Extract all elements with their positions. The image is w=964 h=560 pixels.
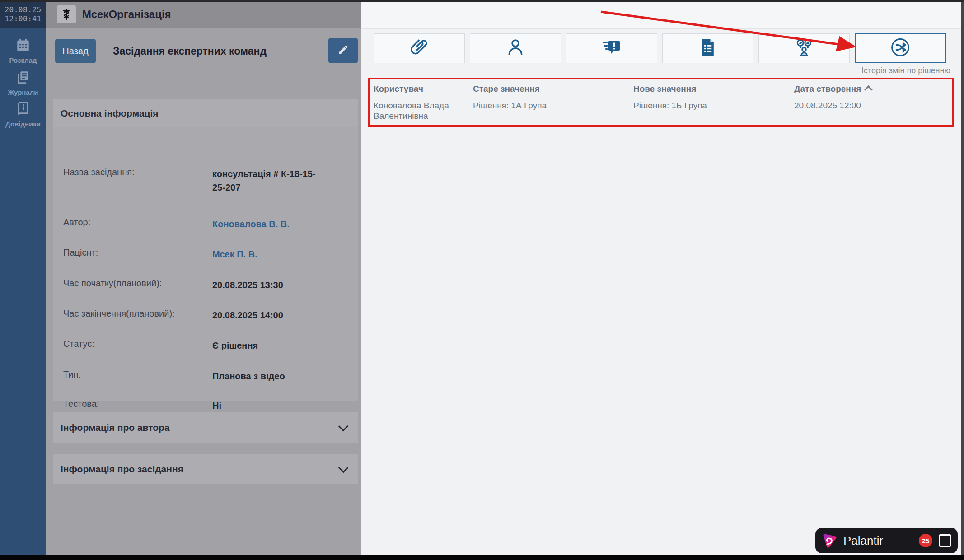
page-title: Засідання експертних команд: [113, 39, 325, 63]
palantir-widget[interactable]: Palantir 25: [815, 528, 958, 553]
sidebar-item-label: Довідники: [5, 120, 41, 128]
field-end-time: Час закінчення(плановий): 20.08.2025 14:…: [63, 308, 352, 322]
field-meeting-name: Назва засідання: консультація # К-18-15-…: [63, 167, 352, 194]
tab-patient[interactable]: [470, 33, 561, 63]
column-header-label: Дата створення: [794, 84, 861, 93]
field-value: Ні: [212, 399, 316, 412]
clock-time: 12:00:41: [5, 14, 41, 23]
tab-expert-votes[interactable]: [758, 33, 850, 63]
collapsible-label: Інформація про засідання: [61, 464, 183, 475]
calendar-icon: [15, 37, 31, 55]
section-header-main-info[interactable]: Основна інформація: [53, 99, 358, 127]
edit-button[interactable]: [328, 38, 358, 63]
field-value: консультація # К-18-15-25-207: [212, 167, 316, 194]
sidebar: 20.08.25 12:00:41 Розклад: [0, 0, 46, 555]
pencil-icon: [337, 44, 349, 57]
field-type: Тип: Планова з відео: [63, 369, 352, 383]
person-icon: [505, 37, 525, 59]
people-decision-icon: [794, 37, 814, 59]
field-test-flag: Тестова: Ні: [63, 399, 352, 412]
palantir-logo-icon: [821, 532, 838, 549]
cell-created-date: 20.08.2025 12:00: [794, 100, 943, 111]
window-right-edge: [961, 0, 964, 555]
app-header: МсекОрганізація: [46, 0, 361, 28]
field-value: 20.08.2025 13:30: [212, 278, 316, 292]
field-status: Статус: Є рішення: [63, 339, 352, 352]
active-tab-tooltip: Історія змін по рішенню: [795, 66, 950, 75]
table-row-divider: [370, 123, 954, 123]
sidebar-item-references[interactable]: Довідники: [0, 101, 46, 128]
app-title: МсекОрганізація: [82, 8, 171, 21]
field-label: Автор:: [63, 217, 212, 231]
sort-ascending-icon: [865, 85, 873, 93]
sidebar-item-label: Журнали: [8, 89, 38, 96]
window-bottom-bar: [0, 555, 964, 560]
section-header-label: Основна інформація: [61, 108, 159, 119]
field-label: Назва засідання:: [63, 167, 212, 194]
table-header-divider: [370, 98, 954, 98]
sidebar-clock: 20.08.25 12:00:41: [0, 0, 46, 28]
tab-comments[interactable]: [566, 33, 657, 63]
window-top-border: [0, 0, 964, 2]
column-header-user[interactable]: Користувач: [374, 84, 468, 94]
collapsible-meeting-info[interactable]: Інформація про засідання: [53, 454, 358, 484]
patient-link[interactable]: Мсек П. В.: [212, 247, 316, 261]
field-author: Автор: Коновалова В. В.: [63, 217, 352, 231]
cell-new-value: Рішення: 1Б Група: [633, 100, 787, 111]
tab-attachments[interactable]: [374, 33, 465, 63]
cell-user: Коновалова Влада Валентинівна: [374, 100, 468, 121]
field-label: Статус:: [63, 339, 212, 352]
field-value: Планова з відео: [212, 369, 316, 383]
app-window: 20.08.25 12:00:41 Розклад: [0, 0, 964, 560]
tab-decision-history[interactable]: [855, 33, 946, 63]
field-label: Тип:: [63, 369, 212, 383]
sidebar-item-schedule[interactable]: Розклад: [0, 37, 46, 64]
journals-icon: [15, 70, 31, 87]
field-value: 20.08.2025 14:00: [212, 308, 316, 322]
field-label: Час закінчення(плановий):: [63, 308, 212, 322]
field-label: Пацієнт:: [63, 247, 212, 261]
palantir-label: Palantir: [843, 534, 919, 548]
shuffle-icon: [890, 37, 910, 59]
clock-date: 20.08.25: [5, 5, 41, 14]
meeting-details-panel: Назад Засідання експертних команд Основн…: [46, 28, 361, 555]
field-label: Час початку(плановий):: [63, 278, 212, 292]
main-info-card: Назва засідання: консультація # К-18-15-…: [53, 127, 358, 401]
palantir-badge: 25: [919, 534, 932, 547]
chat-alert-icon: [602, 37, 622, 59]
topbar: [361, 0, 964, 29]
sidebar-item-journals[interactable]: Журнали: [0, 70, 46, 96]
status-value: Є рішення: [212, 339, 316, 352]
paperclip-icon: [409, 37, 429, 59]
reference-book-icon: [15, 101, 31, 118]
field-start-time: Час початку(плановий): 20.08.2025 13:30: [63, 278, 352, 292]
sidebar-item-label: Розклад: [9, 56, 37, 64]
cell-old-value: Рішення: 1А Група: [473, 100, 627, 111]
collapsible-label: Інформація про автора: [61, 422, 170, 433]
chevron-down-icon: [338, 462, 349, 473]
column-header-old-value[interactable]: Старе значення: [473, 84, 627, 94]
column-header-new-value[interactable]: Нове значення: [633, 84, 787, 94]
back-button[interactable]: Назад: [55, 39, 96, 63]
author-link[interactable]: Коновалова В. В.: [212, 217, 316, 231]
field-patient: Пацієнт: Мсек П. В.: [63, 247, 352, 261]
palantir-window-icon[interactable]: [939, 534, 951, 547]
chevron-down-icon: [338, 421, 349, 431]
document-list-icon: [698, 37, 718, 59]
tab-documents[interactable]: [662, 33, 753, 63]
caduceus-logo-icon: [57, 5, 76, 23]
column-header-created-date[interactable]: Дата створення: [794, 84, 943, 94]
collapsible-author-info[interactable]: Інформація про автора: [53, 412, 358, 443]
field-label: Тестова:: [63, 399, 212, 412]
